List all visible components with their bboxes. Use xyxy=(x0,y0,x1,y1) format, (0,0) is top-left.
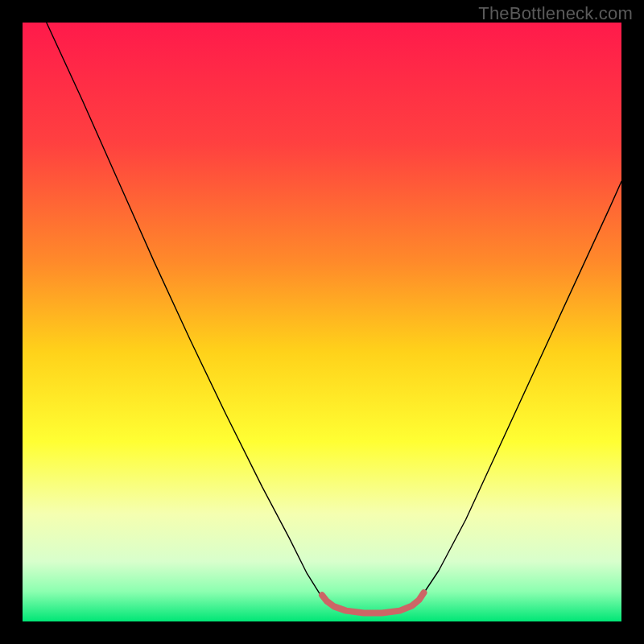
chart-frame: TheBottleneck.com xyxy=(0,0,644,644)
chart-plot-area xyxy=(23,23,621,621)
chart-svg xyxy=(23,23,621,621)
chart-background xyxy=(23,23,621,621)
watermark-text: TheBottleneck.com xyxy=(478,3,633,24)
